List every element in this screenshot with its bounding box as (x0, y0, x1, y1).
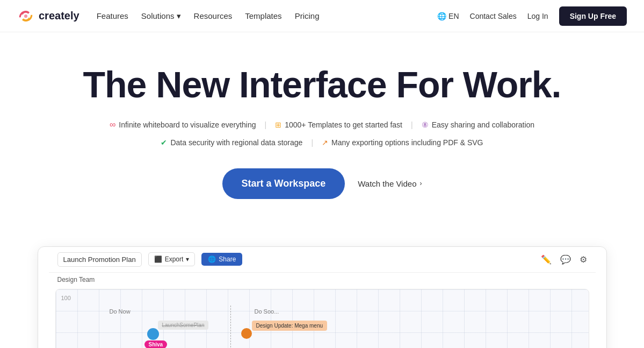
arrow-icon: › (419, 180, 422, 187)
do-soon-label: Do Soo... (255, 308, 279, 315)
export-icon-small: ⬛ (154, 255, 162, 263)
nav-features[interactable]: Features (97, 11, 128, 20)
logo-text: creately (39, 10, 79, 22)
svg-point-0 (24, 14, 27, 17)
feature-templates: ⊞ 1000+ Templates to get started fast (275, 120, 402, 129)
share-button[interactable]: 🌐 Share (201, 253, 242, 266)
divider-2: | (411, 120, 413, 129)
grid-icon: ⊞ (275, 120, 281, 129)
language-selector[interactable]: 🌐 EN (437, 12, 459, 20)
logo-icon (17, 11, 34, 22)
workspace-toolbar: Launch Promotion Plan ⬛ Export ▾ 🌐 Share… (49, 247, 596, 273)
hero-section: The New Interface For Work. ∞ Infinite w… (54, 32, 591, 246)
shield-icon: ✔ (161, 138, 167, 147)
share-icon: ⑧ (422, 120, 429, 129)
navbar: creately Features Solutions ▾ Resources … (0, 0, 644, 32)
feature-whiteboard: ∞ Infinite whiteboard to visualize every… (110, 120, 256, 130)
divider-3: | (311, 138, 313, 147)
export-button[interactable]: ⬛ Export ▾ (148, 252, 196, 266)
nav-left: creately Features Solutions ▾ Resources … (17, 10, 319, 22)
start-workspace-button[interactable]: Start a Workspace (222, 168, 345, 199)
export-icon: ↗ (322, 138, 328, 147)
blue-dot (147, 328, 159, 340)
feature-sharing: ⑧ Easy sharing and collaboration (422, 120, 534, 129)
nav-templates[interactable]: Templates (245, 11, 281, 20)
toolbar-left: Launch Promotion Plan ⬛ Export ▾ 🌐 Share (57, 252, 243, 267)
do-now-label: Do Now (110, 308, 131, 315)
workspace-canvas[interactable]: 100 Do Now Do Soo... Do Later Forget fo.… (55, 289, 589, 348)
shiva-pin: Shiva (144, 340, 168, 348)
infinity-icon: ∞ (110, 120, 115, 130)
workspace-preview: Launch Promotion Plan ⬛ Export ▾ 🌐 Share… (38, 246, 607, 348)
workspace-title: Launch Promotion Plan (57, 252, 142, 267)
edit-icon[interactable]: ✏️ (541, 254, 552, 265)
hero-actions: Start a Workspace Watch the Video › (64, 168, 580, 199)
nav-pricing[interactable]: Pricing (295, 11, 320, 20)
hero-title: The New Interface For Work. (64, 65, 580, 105)
nav-solutions[interactable]: Solutions ▾ (141, 11, 181, 21)
feature-export: ↗ Many exporting options including PDF &… (322, 138, 483, 147)
feature-security: ✔ Data security with regional data stora… (161, 138, 302, 147)
team-label: Design Team (49, 273, 596, 287)
watch-video-link[interactable]: Watch the Video › (358, 179, 422, 188)
settings-icon[interactable]: ⚙ (580, 254, 587, 265)
contact-sales-link[interactable]: Contact Sales (470, 12, 517, 20)
orange-dot-1 (241, 328, 252, 339)
comment-icon[interactable]: 💬 (560, 254, 571, 265)
hero-features-row2: ✔ Data security with regional data stora… (64, 138, 580, 147)
hero-features-row1: ∞ Infinite whiteboard to visualize every… (64, 120, 580, 130)
login-link[interactable]: Log In (527, 12, 548, 20)
design-update-card: Design Update: Mega menu (252, 321, 328, 331)
nav-resources[interactable]: Resources (194, 11, 233, 20)
signup-button[interactable]: Sign Up Free (559, 6, 627, 26)
toolbar-right: ✏️ 💬 ⚙ (541, 254, 587, 265)
nav-links: Features Solutions ▾ Resources Templates… (97, 11, 320, 21)
globe-icon: 🌐 (208, 255, 216, 263)
nav-right: 🌐 EN Contact Sales Log In Sign Up Free (437, 6, 627, 26)
canvas-scale: 100 (61, 295, 71, 301)
divider-1: | (265, 120, 267, 129)
vertical-divider (230, 306, 231, 348)
shiva-label: Shiva (144, 340, 168, 348)
logo[interactable]: creately (17, 10, 79, 22)
launch-card: LaunchSomePlan (158, 321, 209, 330)
